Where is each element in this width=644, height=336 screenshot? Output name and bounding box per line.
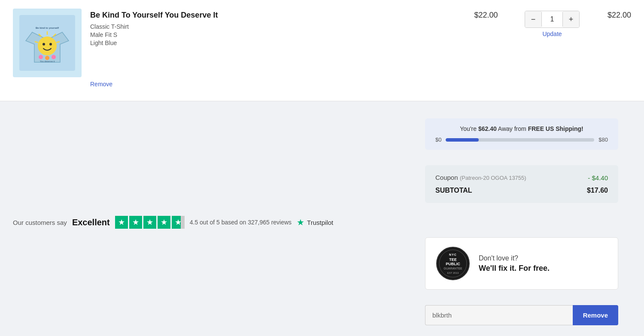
product-unit-price: $22.00 bbox=[465, 9, 507, 20]
subtotal-value: $17.60 bbox=[587, 187, 608, 194]
product-color: Light Blue bbox=[90, 39, 456, 46]
svg-text:PUBLIC: PUBLIC bbox=[446, 262, 460, 266]
star-5-half: ★ bbox=[172, 216, 185, 229]
product-image: Be kind to yourself You deserve it bbox=[13, 9, 82, 77]
quantity-increase-button[interactable]: + bbox=[563, 11, 579, 27]
svg-point-2 bbox=[43, 43, 45, 45]
right-panel: You're $62.40 Away from FREE US Shipping… bbox=[0, 110, 644, 203]
coupon-code-input[interactable] bbox=[425, 305, 573, 325]
guarantee-line1: Don't love it? bbox=[479, 254, 550, 262]
remove-row: Remove bbox=[0, 77, 644, 92]
line-total: $22.00 bbox=[597, 9, 631, 20]
shipping-banner: You're $62.40 Away from FREE US Shipping… bbox=[425, 118, 618, 150]
progress-start-label: $0 bbox=[435, 136, 441, 143]
coupon-input-section: Remove bbox=[425, 305, 618, 325]
svg-point-9 bbox=[39, 55, 43, 59]
svg-point-10 bbox=[45, 56, 49, 60]
cart-item-row: Be kind to yourself You deserve it Be Ki… bbox=[0, 0, 644, 101]
star-4: ★ bbox=[158, 216, 170, 229]
coupon-label: Coupon bbox=[435, 174, 458, 181]
shipping-amount: $62.40 bbox=[478, 125, 497, 132]
trustpilot-section: Our customers say Excellent ★ ★ ★ ★ ★ 4.… bbox=[0, 203, 644, 237]
bottom-right-panel: NYC TEE PUBLIC GUARANTEE EST 2013 Don't … bbox=[0, 237, 644, 336]
subtotal-label: SUBTOTAL bbox=[435, 187, 472, 194]
svg-point-11 bbox=[52, 55, 56, 59]
quantity-decrease-button[interactable]: − bbox=[525, 11, 541, 27]
product-fit: Male Fit S bbox=[90, 31, 456, 38]
update-link[interactable]: Update bbox=[542, 30, 562, 37]
quantity-controls: − 1 + bbox=[525, 11, 580, 28]
guarantee-line2: We'll fix it. For free. bbox=[479, 264, 550, 273]
star-2: ★ bbox=[129, 216, 142, 229]
svg-point-3 bbox=[49, 43, 52, 45]
svg-text:Be kind to yourself: Be kind to yourself bbox=[36, 27, 59, 29]
progress-bar-fill bbox=[446, 138, 478, 142]
remove-product-link[interactable]: Remove bbox=[90, 77, 112, 88]
quantity-section: − 1 + Update bbox=[525, 9, 580, 37]
coupon-remove-button[interactable]: Remove bbox=[573, 305, 618, 325]
summary-section: Coupon (Patreon-20 OGOA 13755) - $4.40 S… bbox=[425, 165, 618, 203]
svg-text:NYC: NYC bbox=[449, 253, 457, 256]
star-3: ★ bbox=[143, 216, 156, 229]
guarantee-badge: NYC TEE PUBLIC GUARANTEE EST 2013 bbox=[436, 246, 470, 281]
star-1: ★ bbox=[115, 216, 128, 229]
shipping-text: You're $62.40 Away from FREE US Shipping… bbox=[435, 125, 608, 132]
guarantee-text: Don't love it? We'll fix it. For free. bbox=[479, 254, 550, 273]
guarantee-section: NYC TEE PUBLIC GUARANTEE EST 2013 Don't … bbox=[425, 237, 618, 290]
stars-container: ★ ★ ★ ★ ★ bbox=[115, 216, 185, 229]
coupon-code: (Patreon-20 OGOA 13755) bbox=[460, 175, 526, 181]
shipping-promo: FREE US Shipping! bbox=[528, 125, 583, 132]
product-info: Be Kind To Yourself You Deserve It Class… bbox=[82, 9, 465, 50]
svg-text:GUARANTEE: GUARANTEE bbox=[444, 267, 462, 270]
trustpilot-star-icon: ★ bbox=[297, 217, 304, 227]
product-type: Classic T-Shirt bbox=[90, 23, 456, 30]
trustpilot-rating-text: 4.5 out of 5 based on 327,965 reviews bbox=[190, 219, 292, 226]
trustpilot-rating-label: Excellent bbox=[72, 218, 110, 227]
trustpilot-logo-area: ★ Trustpilot bbox=[297, 217, 333, 227]
svg-text:EST 2013: EST 2013 bbox=[447, 272, 459, 274]
shipping-progress: $0 $80 bbox=[435, 136, 608, 143]
trustpilot-brand: Trustpilot bbox=[307, 219, 333, 226]
product-image-svg: Be kind to yourself You deserve it bbox=[19, 15, 75, 71]
coupon-discount: - $4.40 bbox=[588, 174, 608, 182]
progress-bar-wrapper bbox=[446, 138, 594, 142]
svg-text:TEE: TEE bbox=[449, 257, 457, 262]
svg-point-1 bbox=[38, 36, 57, 55]
quantity-value: 1 bbox=[541, 12, 563, 27]
coupon-row: Coupon (Patreon-20 OGOA 13755) - $4.40 bbox=[435, 174, 608, 182]
coupon-label-area: Coupon (Patreon-20 OGOA 13755) bbox=[435, 174, 526, 182]
progress-end-label: $80 bbox=[598, 136, 608, 143]
subtotal-row: SUBTOTAL $17.60 bbox=[435, 187, 608, 194]
svg-text:You deserve it: You deserve it bbox=[40, 60, 55, 63]
product-title: Be Kind To Yourself You Deserve It bbox=[90, 11, 456, 20]
page-container: Be kind to yourself You deserve it Be Ki… bbox=[0, 0, 644, 336]
trustpilot-prefix: Our customers say bbox=[13, 219, 67, 226]
